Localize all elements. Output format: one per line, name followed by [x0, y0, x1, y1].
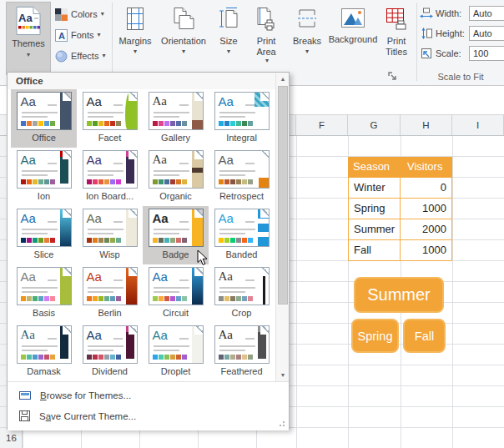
theme-item-ion[interactable]: AaIon — [11, 148, 77, 206]
save-current-theme-item[interactable]: Save Current Theme... — [8, 406, 289, 425]
theme-item-banded[interactable]: AaBanded — [209, 206, 275, 264]
background-button[interactable]: Background — [329, 2, 377, 78]
gallery-footer: Browse for Themes... Save Current Theme.… — [8, 381, 289, 430]
print-titles-button[interactable]: Print Titles — [379, 2, 414, 78]
column-header-i[interactable]: I — [452, 115, 504, 135]
scale-row: Scale: — [420, 45, 504, 62]
print-area-button[interactable]: Print Area▾ — [247, 2, 285, 78]
effects-icon — [55, 50, 68, 63]
cell-winter-value[interactable]: 0 — [401, 178, 452, 199]
theme-palette — [87, 179, 121, 184]
theme-name: Ion — [11, 191, 77, 201]
browse-for-themes-item[interactable]: Browse for Themes... — [8, 385, 289, 405]
breaks-label: Breaks — [293, 36, 321, 47]
theme-item-crop[interactable]: AaCrop — [209, 264, 275, 323]
page-fold — [63, 268, 71, 276]
row-header-16[interactable]: 16 — [0, 428, 23, 448]
cell-summer-value[interactable]: 2000 — [401, 219, 452, 240]
width-input[interactable] — [469, 6, 504, 21]
theme-grid: AaOfficeAaFacetAaGalleryAaIntegralAaIonA… — [8, 89, 275, 381]
resize-grip[interactable] — [276, 420, 286, 429]
theme-item-dividend[interactable]: AaDividend — [77, 323, 143, 381]
shape-button-summer[interactable]: Summer — [354, 277, 444, 313]
theme-item-gallery[interactable]: AaGallery — [143, 89, 209, 148]
theme-name: Berlin — [77, 308, 143, 318]
fonts-dropdown[interactable]: A Fonts ▾ — [55, 26, 115, 44]
theme-item-slice[interactable]: AaSlice — [11, 206, 77, 264]
scrollbar-thumb[interactable] — [278, 86, 288, 305]
height-input[interactable] — [469, 26, 504, 41]
breaks-button[interactable]: Breaks ▾ — [287, 2, 327, 78]
column-header-f[interactable]: F — [296, 115, 348, 135]
cell-spring[interactable]: Spring — [348, 199, 401, 219]
page-fold — [129, 268, 137, 276]
colors-dropdown[interactable]: Colors ▾ — [55, 5, 115, 23]
theme-item-facet[interactable]: AaFacet — [77, 89, 143, 148]
cell-summer[interactable]: Summer — [348, 219, 401, 240]
theme-item-organic[interactable]: AaOrganic — [143, 148, 209, 206]
theme-thumbnail: Aa — [17, 209, 72, 247]
cell-spring-value[interactable]: 1000 — [401, 199, 452, 219]
dropdown-caret-icon: ▾ — [182, 48, 185, 55]
gallery-scrollbar[interactable]: ▲ ▼ — [275, 73, 289, 381]
scale-width-row: Width: — [420, 5, 504, 22]
column-header-g[interactable]: G — [348, 115, 401, 135]
theme-item-office[interactable]: AaOffice — [11, 89, 77, 148]
theme-thumbnail: Aa — [214, 267, 270, 305]
theme-item-damask[interactable]: AaDamask — [11, 323, 77, 381]
theme-palette — [219, 238, 253, 243]
theme-palette — [219, 121, 253, 126]
page-fold — [129, 326, 137, 335]
theme-thumbnail: Aa — [83, 267, 138, 305]
theme-palette — [87, 296, 121, 301]
page-fold — [194, 209, 203, 218]
theme-thumbnail: Aa — [214, 209, 270, 247]
cell-fall-value[interactable]: 1000 — [401, 240, 452, 261]
page-fold — [194, 326, 203, 335]
theme-name: Wisp — [77, 249, 143, 259]
theme-palette — [21, 355, 55, 360]
group-separator — [416, 3, 417, 81]
dropdown-caret-icon: ▾ — [134, 48, 137, 55]
breaks-icon — [297, 7, 317, 32]
theme-name: Basis — [11, 308, 77, 318]
scale-input[interactable] — [469, 46, 504, 61]
themes-button[interactable]: Aa Themes ▾ — [6, 2, 51, 75]
theme-name: Feathered — [209, 366, 275, 376]
theme-item-integral[interactable]: AaIntegral — [209, 89, 275, 148]
theme-item-basis[interactable]: AaBasis — [11, 264, 77, 323]
theme-thumbnail: Aa — [17, 325, 72, 364]
theme-item-retrospect[interactable]: AaRetrospect — [209, 148, 275, 206]
shape-button-spring[interactable]: Spring — [351, 319, 399, 353]
theme-item-wisp[interactable]: AaWisp — [77, 206, 143, 264]
fonts-icon: A — [55, 29, 68, 42]
orientation-icon — [171, 7, 196, 32]
shape-button-fall[interactable]: Fall — [403, 319, 446, 353]
theme-item-feathered[interactable]: AaFeathered — [209, 323, 275, 381]
theme-name: Banded — [209, 249, 275, 259]
page-setup-dialog-launcher[interactable] — [387, 71, 397, 81]
theme-palette — [21, 296, 55, 301]
scroll-up-icon[interactable]: ▲ — [277, 73, 289, 85]
theme-aa-sample: Aa — [87, 94, 102, 108]
theme-item-droplet[interactable]: AaDroplet — [143, 323, 209, 381]
theme-item-ion-board[interactable]: AaIon Board... — [77, 148, 143, 206]
theme-palette — [87, 355, 121, 360]
margins-button[interactable]: Margins ▾ — [115, 2, 155, 78]
theme-item-circuit[interactable]: AaCircuit — [143, 264, 209, 323]
season-table: SeasonVisitorsWinter0Spring1000Summer200… — [348, 157, 453, 261]
theme-item-berlin[interactable]: AaBerlin — [77, 264, 143, 323]
table-header-visitors[interactable]: Visitors — [401, 157, 452, 178]
scroll-down-icon[interactable]: ▼ — [277, 369, 289, 381]
table-header-season[interactable]: Season — [348, 157, 401, 178]
effects-label: Effects — [71, 51, 98, 61]
orientation-button[interactable]: Orientation ▾ — [157, 2, 210, 78]
column-header-h[interactable]: H — [401, 115, 452, 135]
cell-winter[interactable]: Winter — [348, 178, 401, 199]
theme-thumbnail: Aa — [214, 92, 270, 130]
effects-dropdown[interactable]: Effects ▾ — [55, 47, 115, 65]
theme-aa-sample: Aa — [21, 269, 36, 284]
cell-fall[interactable]: Fall — [348, 240, 401, 261]
theme-aa-sample: Aa — [21, 153, 36, 167]
size-button[interactable]: Size ▾ — [212, 2, 245, 78]
